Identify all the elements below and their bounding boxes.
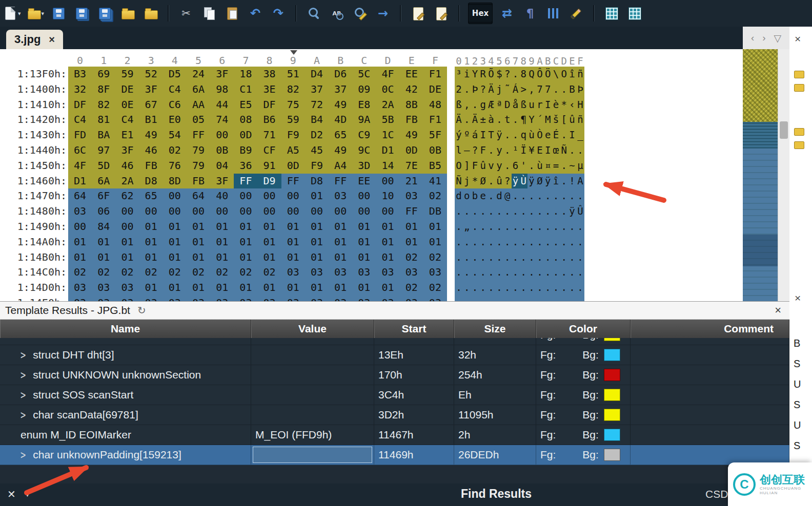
hex-byte[interactable]: 5C (352, 67, 376, 82)
dropdown-caret-icon[interactable]: ▾ (42, 10, 45, 17)
ascii-char[interactable]: . (552, 235, 560, 250)
ascii-char[interactable]: î (552, 174, 560, 189)
expand-chevron-icon[interactable]: > (21, 408, 26, 421)
column-header-value[interactable]: Value (251, 320, 374, 338)
tab-3jpg[interactable]: 3.jpg × (6, 30, 63, 49)
find-results-collapse-icon[interactable]: ▼ (24, 490, 31, 498)
ascii-char[interactable]: 8 (519, 67, 527, 82)
ascii-char[interactable]: . (487, 143, 495, 158)
hex-byte[interactable]: DE (115, 82, 139, 97)
ascii-char[interactable]: @ (503, 188, 512, 204)
ascii-char[interactable]: . (503, 158, 512, 174)
hex-byte[interactable]: AA (187, 97, 210, 113)
ascii-char[interactable]: ÿ (495, 128, 503, 143)
ascii-char[interactable]: O (560, 67, 568, 82)
ascii-char[interactable]: . (471, 296, 479, 301)
hex-byte[interactable]: 49 (139, 128, 163, 143)
hex-byte[interactable]: 59 (115, 67, 139, 82)
linked-scrolling-button[interactable]: ⇄ (498, 3, 516, 24)
ascii-char[interactable]: ý (455, 128, 463, 143)
hex-byte[interactable]: 03 (400, 188, 423, 204)
ascii-char[interactable]: B (568, 82, 576, 97)
ascii-char[interactable]: . (495, 280, 503, 296)
ascii-char[interactable]: . (576, 280, 584, 296)
open-file-button[interactable]: ▾ (27, 3, 45, 24)
scrollbar-thumb[interactable] (780, 121, 788, 139)
hex-byte[interactable]: C4 (163, 82, 187, 97)
ascii-char[interactable]: . (471, 280, 479, 296)
ascii-char[interactable]: . (487, 188, 495, 204)
ascii-char[interactable]: 2 (455, 82, 463, 97)
table-row[interactable]: >char unknownPadding[159213]11469h26DEDh… (0, 445, 789, 465)
ascii-char[interactable]: ! (568, 174, 576, 189)
ascii-char[interactable]: I (479, 128, 487, 143)
hex-byte[interactable]: 62 (115, 188, 139, 204)
hex-byte[interactable]: A4 (329, 158, 352, 174)
ascii-char[interactable]: . (463, 280, 471, 296)
hex-byte[interactable]: 08 (234, 112, 257, 128)
tab-prev-icon[interactable]: ‹ (751, 32, 754, 44)
copy-button[interactable] (200, 3, 218, 24)
hex-byte[interactable]: E5 (234, 97, 257, 113)
ascii-char[interactable]: . (455, 296, 463, 301)
hex-byte[interactable]: 44 (210, 97, 234, 113)
expand-chevron-icon[interactable]: > (21, 348, 26, 362)
hex-byte[interactable]: 10 (376, 188, 399, 204)
ascii-char[interactable]: ÿ (512, 174, 520, 189)
hex-byte[interactable]: 46 (139, 143, 163, 158)
table-row[interactable]: >struct UNKNOWN unknownSection170h254hFg… (0, 365, 789, 385)
hex-byte[interactable]: 6C (68, 143, 92, 158)
column-header-size[interactable]: Size (454, 320, 536, 338)
hex-byte[interactable]: D5 (163, 67, 187, 82)
hex-byte[interactable]: 03 (68, 204, 92, 219)
ascii-char[interactable]: . (463, 82, 471, 97)
hex-byte[interactable]: 64 (68, 188, 92, 204)
hex-byte[interactable]: 0D (281, 158, 305, 174)
ascii-char[interactable]: . (552, 250, 560, 265)
ascii-char[interactable]: . (552, 219, 560, 235)
save-all-button[interactable] (96, 3, 113, 24)
hex-byte[interactable]: 97 (92, 143, 115, 158)
hex-byte[interactable]: 65 (139, 188, 163, 204)
ascii-char[interactable]: \ (552, 67, 560, 82)
hex-byte[interactable]: 01 (258, 235, 281, 250)
hex-byte[interactable]: 01 (281, 250, 305, 265)
table-row[interactable]: Fg:Bg: (0, 338, 789, 345)
ascii-char[interactable]: . (560, 204, 568, 219)
hex-byte[interactable]: 00 (281, 188, 305, 204)
hex-byte[interactable]: F1 (423, 67, 447, 82)
hex-byte[interactable]: 01 (423, 235, 447, 250)
hex-byte[interactable]: 00 (139, 204, 163, 219)
hex-byte[interactable]: 02 (68, 265, 92, 280)
ascii-char[interactable]: . (455, 204, 463, 219)
hex-byte[interactable]: 74 (210, 112, 234, 128)
hex-byte[interactable]: 6A (187, 82, 210, 97)
hex-byte[interactable]: 01 (210, 280, 234, 296)
fg-color-chip[interactable] (561, 349, 576, 361)
ascii-char[interactable]: É (552, 128, 560, 143)
ascii-char[interactable]: . (479, 250, 487, 265)
hex-byte[interactable]: 0C (376, 82, 399, 97)
expand-chevron-icon[interactable]: > (21, 368, 26, 382)
calculator-button[interactable] (603, 3, 620, 24)
ascii-char[interactable]: . (544, 235, 552, 250)
bg-color-chip[interactable] (604, 338, 620, 341)
hex-byte[interactable]: 41 (423, 174, 447, 189)
hex-byte[interactable]: 01 (376, 250, 399, 265)
ascii-char[interactable]: „ (463, 219, 471, 235)
hex-byte[interactable]: 3D (352, 158, 376, 174)
ascii-char[interactable]: Þ (576, 82, 584, 97)
hex-byte[interactable]: 01 (329, 250, 352, 265)
ascii-char[interactable]: ? (503, 174, 512, 189)
hex-byte[interactable]: 84 (92, 219, 115, 235)
hex-byte[interactable]: 03 (258, 296, 281, 301)
ascii-char[interactable]: . (544, 188, 552, 204)
hex-byte[interactable]: 03 (423, 265, 447, 280)
ascii-char[interactable]: ‚ (527, 82, 536, 97)
ascii-char[interactable]: . (471, 97, 479, 113)
hex-byte[interactable]: 02 (423, 250, 447, 265)
strip-close-top-icon[interactable]: × (795, 33, 801, 45)
ascii-char[interactable]: j (463, 174, 471, 189)
hex-byte[interactable]: 02 (187, 265, 210, 280)
hex-byte[interactable]: E1 (115, 128, 139, 143)
